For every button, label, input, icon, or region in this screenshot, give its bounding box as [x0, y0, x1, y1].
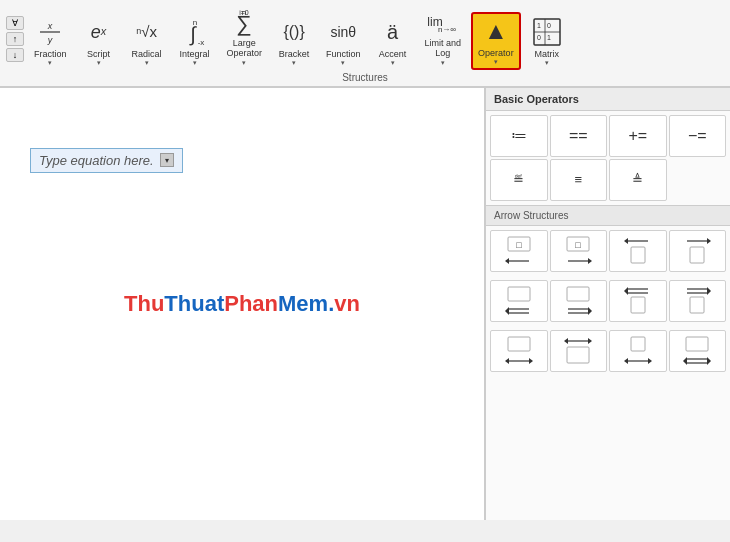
arrow-ops-grid-2 [486, 276, 730, 326]
accent-icon: ä [387, 17, 398, 47]
svg-text:0: 0 [547, 22, 551, 29]
svg-marker-21 [505, 258, 509, 264]
document-area: Type equation here. ▾ ThuThuatPhanMem.vn [0, 88, 485, 520]
svg-text:1: 1 [547, 34, 551, 41]
svg-rect-52 [567, 347, 589, 363]
nav-col: ∀ ↑ ↓ [6, 16, 24, 70]
limit-log-label: Limit andLog [425, 39, 462, 59]
svg-text:y: y [47, 35, 53, 45]
svg-marker-59 [648, 358, 652, 364]
integral-button[interactable]: n ∫ -x Integral ▾ [173, 14, 217, 70]
accent-label: Accent [379, 49, 407, 59]
op-dbl-both-below[interactable] [669, 330, 727, 372]
op-right-arr-below[interactable]: □ [550, 230, 608, 272]
script-label: Script [87, 49, 110, 59]
svg-rect-44 [690, 297, 704, 313]
op-right-arr-above-sm[interactable] [669, 230, 727, 272]
arrow-ops-grid-3 [486, 326, 730, 376]
watermark-phan: Phan [224, 291, 278, 316]
svg-marker-43 [624, 287, 628, 295]
svg-rect-56 [631, 337, 645, 351]
operator-icon: ▲ [484, 16, 508, 46]
svg-text:0: 0 [537, 34, 541, 41]
matrix-icon: 1 0 0 1 [533, 17, 561, 47]
watermark-thu: Thu [124, 291, 164, 316]
op-left-arr-above-sm[interactable] [609, 230, 667, 272]
arrow-structures-header: Arrow Structures [486, 205, 730, 226]
radical-label: Radical [132, 49, 162, 59]
bracket-icon: {()} [283, 17, 304, 47]
svg-marker-55 [588, 338, 592, 344]
op-plus-equals[interactable]: += [609, 115, 667, 157]
svg-marker-39 [588, 307, 592, 315]
svg-marker-28 [624, 238, 628, 244]
ribbon-row: ∀ ↑ ↓ x y Fraction ▾ ex Script ▾ n√x [0, 0, 730, 70]
svg-text:□: □ [576, 240, 582, 250]
op-dbl-left-below[interactable] [490, 280, 548, 322]
watermark-dot: . [328, 291, 334, 316]
svg-marker-47 [707, 287, 711, 295]
svg-marker-50 [505, 358, 509, 364]
nav-up-btn[interactable]: ∀ [6, 16, 24, 30]
operator-label: Operator [478, 48, 514, 58]
op-dbl-right-below[interactable] [550, 280, 608, 322]
svg-rect-32 [508, 287, 530, 301]
watermark: ThuThuatPhanMem.vn [124, 291, 360, 317]
nav-down2-btn[interactable]: ↓ [6, 48, 24, 62]
function-label: Function [326, 49, 361, 59]
op-equivalent[interactable]: ≡ [550, 159, 608, 201]
svg-marker-35 [505, 307, 509, 315]
bracket-button[interactable]: {()} Bracket ▾ [272, 14, 316, 70]
integral-label: Integral [180, 49, 210, 59]
op-both-small-below[interactable] [609, 330, 667, 372]
svg-rect-26 [631, 247, 645, 263]
limit-log-button[interactable]: lim n→∞ Limit andLog ▾ [419, 4, 468, 70]
svg-text:n→∞: n→∞ [438, 25, 456, 34]
op-def-equals[interactable]: ≝ [490, 159, 548, 201]
op-both-arrows-below[interactable] [490, 330, 548, 372]
watermark-vn: vn [334, 291, 360, 316]
large-operator-button[interactable]: n i=0 ∑ LargeOperator ▾ [221, 4, 269, 70]
accent-button[interactable]: ä Accent ▾ [371, 14, 415, 70]
svg-marker-31 [707, 238, 711, 244]
operator-button[interactable]: ▲ Operator ▾ [471, 12, 521, 70]
script-icon: ex [91, 17, 107, 47]
large-operator-label: LargeOperator [227, 39, 263, 59]
op-double-equals[interactable]: == [550, 115, 608, 157]
op-dbl-right-above[interactable] [669, 280, 727, 322]
nav-down-btn[interactable]: ↑ [6, 32, 24, 46]
op-dbl-left-above[interactable] [609, 280, 667, 322]
svg-marker-54 [564, 338, 568, 344]
op-both-arrows-above[interactable] [550, 330, 608, 372]
radical-icon: n√x [136, 17, 157, 47]
main-area: Type equation here. ▾ ThuThuatPhanMem.vn… [0, 88, 730, 520]
limit-log-icon: lim n→∞ [425, 7, 461, 37]
svg-marker-63 [683, 357, 687, 365]
svg-text:-x: -x [197, 38, 204, 47]
svg-text:□: □ [516, 240, 522, 250]
bracket-label: Bracket [279, 49, 310, 59]
ribbon: ∀ ↑ ↓ x y Fraction ▾ ex Script ▾ n√x [0, 0, 730, 88]
matrix-button[interactable]: 1 0 0 1 Matrix ▾ [525, 14, 569, 70]
equation-dropdown[interactable]: ▾ [160, 153, 174, 167]
svg-text:1: 1 [537, 22, 541, 29]
watermark-thuat: Thuat [164, 291, 224, 316]
arrow-ops-grid-1: □ □ [486, 226, 730, 276]
equation-placeholder: Type equation here. [39, 153, 154, 168]
basic-ops-grid: ≔ == += −= ≝ ≡ ≜ [486, 111, 730, 205]
watermark-mem: Mem [278, 291, 328, 316]
large-operator-icon: n i=0 ∑ [230, 7, 258, 37]
op-triangle-equals[interactable]: ≜ [609, 159, 667, 201]
equation-box[interactable]: Type equation here. ▾ [30, 148, 183, 173]
radical-button[interactable]: n√x Radical ▾ [125, 14, 169, 70]
script-button[interactable]: ex Script ▾ [77, 14, 121, 70]
svg-rect-60 [686, 337, 708, 351]
svg-rect-40 [631, 297, 645, 313]
op-left-arr-below[interactable]: □ [490, 230, 548, 272]
fraction-button[interactable]: x y Fraction ▾ [28, 14, 73, 70]
op-minus-equals[interactable]: −= [669, 115, 727, 157]
function-button[interactable]: sinθ Function ▾ [320, 14, 367, 70]
svg-marker-25 [588, 258, 592, 264]
op-colon-equals[interactable]: ≔ [490, 115, 548, 157]
svg-marker-51 [529, 358, 533, 364]
